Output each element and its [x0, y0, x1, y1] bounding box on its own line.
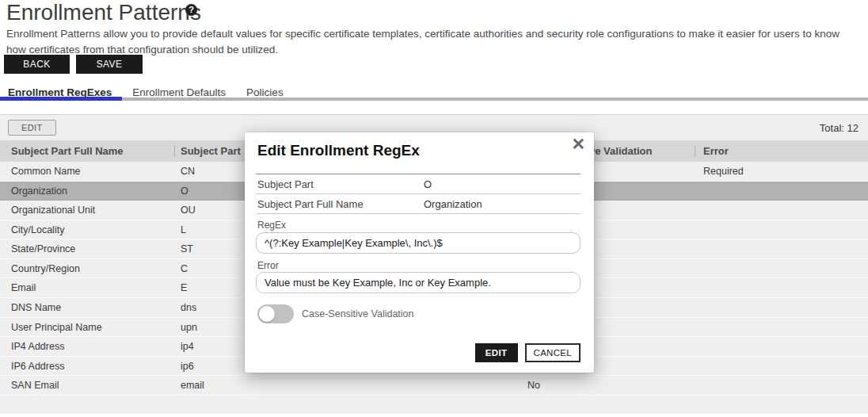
cell-full-name: SAN Email: [0, 376, 174, 395]
tab-bar: Enrollment RegExes Enrollment Defaults P…: [0, 84, 868, 101]
modal-actions: EDIT CANCEL: [475, 343, 581, 362]
cell-full-name: DNS Name: [0, 298, 174, 317]
subject-part-full-name-label: Subject Part Full Name: [257, 198, 364, 210]
regex-field-label: RegEx: [257, 220, 286, 231]
cell-full-name: IP6 Address: [0, 357, 174, 376]
cell-error: [695, 357, 868, 376]
modal-cancel-button[interactable]: CANCEL: [525, 343, 581, 362]
cell-error: Required: [695, 162, 868, 181]
cell-full-name: Country/Region: [0, 259, 174, 278]
cell-regex: [348, 376, 520, 395]
toggle-knob: [259, 306, 275, 322]
edit-enrollment-regex-modal: Edit Enrollment RegEx ✕ Subject Part O S…: [245, 132, 594, 373]
cell-error: [695, 337, 868, 356]
cell-error: [695, 182, 868, 201]
cell-error: [695, 278, 868, 297]
cell-error: [695, 376, 868, 395]
cell-validation: No: [520, 376, 695, 395]
subject-part-full-name-value: Organization: [424, 198, 482, 210]
cell-error: [695, 318, 868, 337]
subject-part-value: O: [424, 178, 432, 190]
cell-full-name: State/Province: [0, 239, 174, 258]
cell-error: [695, 259, 868, 278]
cell-full-name: User Principal Name: [0, 318, 174, 337]
regex-input[interactable]: [256, 232, 581, 254]
enrollment-patterns-page: Enrollment Patterns ? Enrollment Pattern…: [0, 0, 868, 417]
table-row[interactable]: SAN EmailemailNo: [0, 376, 868, 396]
cell-full-name: Organization: [0, 182, 174, 201]
modal-edit-button[interactable]: EDIT: [475, 343, 518, 362]
cell-full-name: City/Locality: [0, 220, 174, 239]
page-description: Enrollment Patterns allow you to provide…: [6, 26, 839, 59]
page-title: Enrollment Patterns: [6, 0, 201, 25]
cell-full-name: Common Name: [0, 162, 174, 181]
tab-enrollment-regexes[interactable]: Enrollment RegExes: [0, 84, 122, 98]
error-input[interactable]: [256, 272, 581, 293]
back-button[interactable]: BACK: [4, 55, 70, 74]
case-sensitive-validation-label: Case-Sensitive Validation: [302, 308, 414, 319]
modal-title: Edit Enrollment RegEx: [257, 142, 420, 159]
subject-part-full-name-row: Subject Part Full Name Organization: [256, 194, 581, 214]
tab-enrollment-defaults[interactable]: Enrollment Defaults: [122, 84, 236, 98]
subject-part-label: Subject Part: [257, 178, 314, 190]
cell-error: [695, 298, 868, 317]
cell-subject-part: email: [174, 376, 348, 395]
table-edit-button[interactable]: EDIT: [8, 120, 56, 136]
subject-part-row: Subject Part O: [256, 174, 581, 194]
cell-full-name: Organizational Unit: [0, 201, 174, 220]
tab-policies[interactable]: Policies: [236, 84, 294, 98]
case-sensitive-validation-toggle[interactable]: [257, 304, 294, 323]
cell-full-name: Email: [0, 278, 174, 297]
cell-error: [695, 201, 868, 220]
cell-error: [695, 239, 868, 258]
help-icon[interactable]: ?: [185, 4, 197, 16]
column-header-error[interactable]: Error: [695, 140, 868, 162]
save-button[interactable]: SAVE: [76, 55, 143, 74]
total-count: Total: 12: [820, 122, 858, 134]
error-field-label: Error: [257, 260, 279, 271]
column-header-subject-part-full-name[interactable]: Subject Part Full Name: [0, 140, 174, 162]
cell-error: [695, 220, 868, 239]
cell-full-name: IP4 Address: [0, 337, 174, 356]
close-icon[interactable]: ✕: [571, 135, 585, 154]
